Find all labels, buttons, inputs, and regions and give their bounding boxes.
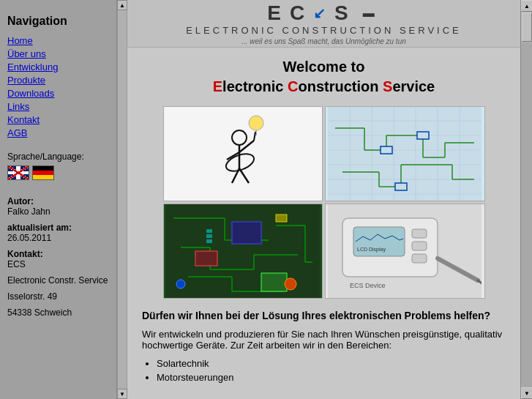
scrollbar-thumb[interactable] <box>522 12 532 42</box>
schematic-image <box>325 106 485 201</box>
ecs-letter-s: S <box>334 1 354 25</box>
nav-uber-uns[interactable]: Über uns <box>7 48 109 59</box>
contact-label: Kontakt: <box>7 249 109 259</box>
device-svg: LCD Display ECS Device <box>328 204 482 299</box>
ecs-arrow-icon: ↙ <box>313 4 331 22</box>
stick-figure-svg <box>206 110 280 198</box>
question-text: Dürfen wir Ihnen bei der Lösung Ihres el… <box>142 310 506 321</box>
author-label: Autor: <box>7 196 109 206</box>
bullet-list: Solartechnik Motorsteuerungen <box>157 358 506 383</box>
ervice: ervice <box>392 78 435 94</box>
svg-line-4 <box>239 141 254 152</box>
description-text: Wir entwickeln und produzieren für Sie n… <box>142 329 506 351</box>
welcome-title: Welcome to <box>142 59 506 75</box>
updated-label: aktualisiert am: <box>7 223 109 233</box>
ecs-title-line: Electronic Construction Service <box>142 78 506 95</box>
author-section: Autor: Falko Jahn aktualisiert am: 26.05… <box>7 196 109 324</box>
language-section: Sprache/Language: <box>7 152 109 187</box>
svg-rect-57 <box>232 222 261 244</box>
nav-downloads[interactable]: Downloads <box>7 88 109 99</box>
scroll-up-btn[interactable]: ▲ <box>521 0 532 12</box>
ecs-letter-c: C <box>290 1 310 25</box>
svg-rect-65 <box>206 239 212 243</box>
svg-rect-64 <box>206 234 212 238</box>
author-value: Falko Jahn <box>7 206 109 217</box>
svg-rect-63 <box>206 229 212 233</box>
updated-value: 26.05.2011 <box>7 233 109 243</box>
nav-title: Navigation <box>7 15 109 28</box>
header-banner: E C ↙ S ▬ Electronic Construction Servic… <box>127 0 520 48</box>
svg-text:ECS Device: ECS Device <box>350 282 386 289</box>
lectronic: lectronic <box>222 78 288 94</box>
red-s: S <box>383 78 392 94</box>
pcb-svg <box>166 204 320 299</box>
svg-point-60 <box>285 278 296 290</box>
svg-rect-58 <box>195 251 217 266</box>
svg-line-5 <box>254 132 255 141</box>
svg-point-2 <box>232 130 247 145</box>
main-inner: E C ↙ S ▬ Electronic Construction Servic… <box>127 0 520 397</box>
scrollbar-down-arrow[interactable]: ▼ <box>117 389 127 399</box>
main-wrapper: E C ↙ S ▬ Electronic Construction Servic… <box>127 0 532 399</box>
nav-kontakt[interactable]: Kontakt <box>7 114 109 125</box>
contact-line-1: ECS <box>7 259 109 269</box>
scrollbar-up-arrow[interactable]: ▲ <box>117 0 127 10</box>
scroll-down-btn[interactable]: ▼ <box>521 387 532 399</box>
svg-text:LCD Display: LCD Display <box>357 247 386 253</box>
header-subtitle: ... weil es uns Spaß macht, das Unmöglic… <box>241 37 406 45</box>
svg-point-61 <box>176 280 185 288</box>
red-e: E <box>213 78 222 94</box>
contact-line-4: 54338 Schweich <box>7 307 109 318</box>
svg-rect-70 <box>412 229 427 238</box>
header-logo-area: E C ↙ S ▬ Electronic Construction Servic… <box>135 1 513 45</box>
device-image: LCD Display ECS Device <box>325 204 485 299</box>
svg-rect-59 <box>261 273 287 291</box>
ecs-chip-icon: ▬ <box>363 7 381 20</box>
svg-rect-72 <box>412 254 427 263</box>
nav-agb[interactable]: AGB <box>7 127 109 138</box>
pcb-image <box>163 204 323 299</box>
nav-produkte[interactable]: Produkte <box>7 75 109 86</box>
svg-rect-39 <box>381 146 392 154</box>
page-content: Welcome to Electronic Construction Servi… <box>127 48 520 397</box>
nav-links[interactable]: Links <box>7 101 109 112</box>
bullet-item-2: Motorsteuerungen <box>157 372 506 383</box>
svg-rect-68 <box>353 227 405 256</box>
stick-figure-image <box>163 106 323 201</box>
sidebar: Navigation Home Über uns Entwicklung Pro… <box>0 0 117 399</box>
flag-de[interactable] <box>32 165 54 180</box>
main-content[interactable]: E C ↙ S ▬ Electronic Construction Servic… <box>127 0 520 399</box>
nav-entwicklung[interactable]: Entwicklung <box>7 61 109 72</box>
schematic-svg <box>328 106 482 201</box>
language-label: Sprache/Language: <box>7 152 109 162</box>
svg-rect-41 <box>395 183 407 190</box>
sidebar-scrollbar[interactable]: ▲ ▼ <box>117 0 127 399</box>
svg-point-0 <box>249 116 263 130</box>
header-full-title: Electronic Construction Service <box>186 25 462 36</box>
nav-home[interactable]: Home <box>7 35 109 46</box>
right-scrollbar[interactable]: ▲ ▼ <box>520 0 532 399</box>
scrollbar-track-area[interactable] <box>521 42 532 387</box>
svg-rect-40 <box>417 132 429 139</box>
flag-container <box>7 165 109 180</box>
bullet-item-1: Solartechnik <box>157 358 506 369</box>
ecs-logo: E C ↙ S ▬ <box>267 1 381 25</box>
scrollbar-track <box>118 10 127 389</box>
sidebar-nav: Home Über uns Entwicklung Produkte Downl… <box>7 35 109 141</box>
contact-line-2: Electronic Constr. Service <box>7 275 109 286</box>
image-grid: LCD Display ECS Device <box>163 106 485 299</box>
ecs-letter-e: E <box>267 1 287 25</box>
onstruction: onstruction <box>298 78 383 94</box>
flag-uk[interactable] <box>7 165 29 180</box>
red-c: C <box>288 78 298 94</box>
svg-rect-62 <box>276 215 287 222</box>
svg-rect-71 <box>412 242 427 250</box>
contact-line-3: Isselorstr. 49 <box>7 291 109 302</box>
